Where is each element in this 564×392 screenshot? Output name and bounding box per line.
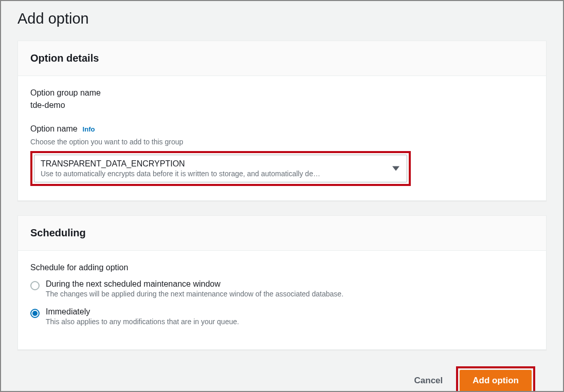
- option-name-select-highlight: TRANSPARENT_DATA_ENCRYPTION Use to autom…: [30, 151, 411, 186]
- option-details-header: Option details: [18, 41, 546, 76]
- schedule-radio-group: During the next scheduled maintenance wi…: [30, 279, 534, 326]
- add-option-button[interactable]: Add option: [460, 370, 532, 391]
- cancel-button[interactable]: Cancel: [411, 370, 446, 391]
- chevron-down-icon: [392, 166, 399, 171]
- footer-actions: Cancel Add option: [17, 364, 547, 392]
- option-details-title: Option details: [30, 52, 534, 64]
- option-name-selected-desc: Use to automatically encrypts data befor…: [41, 170, 386, 178]
- scheduling-title: Scheduling: [30, 227, 534, 239]
- schedule-option-desc: This also applies to any modifications t…: [46, 318, 239, 326]
- schedule-option-maintenance[interactable]: During the next scheduled maintenance wi…: [30, 279, 534, 298]
- scheduling-panel: Scheduling Schedule for adding option Du…: [17, 215, 547, 350]
- option-name-hint: Choose the option you want to add to thi…: [30, 138, 534, 146]
- option-group-name-value: tde-demo: [30, 101, 534, 110]
- add-option-button-highlight: Add option: [456, 366, 535, 392]
- schedule-option-immediately[interactable]: Immediately This also applies to any mod…: [30, 307, 534, 326]
- option-group-name-label: Option group name: [30, 88, 534, 98]
- option-name-label: Option name: [30, 124, 78, 134]
- radio-icon: [30, 309, 40, 318]
- option-name-select[interactable]: TRANSPARENT_DATA_ENCRYPTION Use to autom…: [34, 155, 407, 182]
- schedule-heading: Schedule for adding option: [30, 263, 534, 272]
- option-name-selected-title: TRANSPARENT_DATA_ENCRYPTION: [41, 159, 386, 169]
- option-details-panel: Option details Option group name tde-dem…: [17, 41, 547, 201]
- scheduling-header: Scheduling: [18, 216, 546, 251]
- info-link[interactable]: Info: [83, 125, 95, 133]
- schedule-option-label: Immediately: [46, 307, 239, 316]
- radio-icon: [30, 281, 40, 290]
- schedule-option-desc: The changes will be applied during the n…: [46, 290, 343, 298]
- schedule-option-label: During the next scheduled maintenance wi…: [46, 279, 343, 289]
- page-title: Add option: [17, 10, 547, 27]
